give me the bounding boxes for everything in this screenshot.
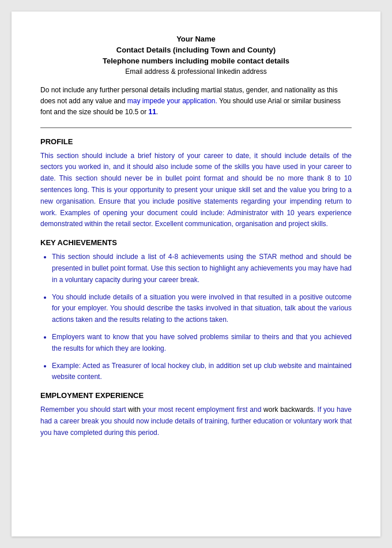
list-item: This section should include a list of 4-… xyxy=(52,252,352,286)
section-divider xyxy=(40,127,352,128)
telephone-details: Telephone numbers including mobile conta… xyxy=(40,57,352,65)
employment-black-text: with xyxy=(128,406,140,414)
profile-text: This section should include a brief hist… xyxy=(40,151,352,231)
profile-section: PROFILE This section should include a br… xyxy=(40,137,352,231)
list-item: Employers want to know that you have sol… xyxy=(52,332,352,355)
intro-blue-text: may impede your application. xyxy=(127,97,217,105)
employment-text: Remember you should start with your most… xyxy=(40,404,352,438)
key-achievements-list: This section should include a list of 4-… xyxy=(52,252,352,383)
list-item: You should include details of a situatio… xyxy=(52,292,352,326)
intro-paragraph: Do not include any further personal deta… xyxy=(40,85,352,118)
employment-black-text2: work backwards xyxy=(263,406,313,414)
employment-heading: EMPLOYMENT EXPERIENCE xyxy=(40,391,352,400)
profile-heading: PROFILE xyxy=(40,137,352,146)
employment-experience-section: EMPLOYMENT EXPERIENCE Remember you shoul… xyxy=(40,391,352,438)
intro-eleven: 11 xyxy=(148,108,156,116)
name-title: Your Name xyxy=(40,35,352,43)
key-achievements-heading: KEY ACHIEVEMENTS xyxy=(40,238,352,247)
email-details: Email address & professional linkedin ad… xyxy=(40,67,352,76)
list-item: Example: Acted as Treasurer of local hoc… xyxy=(52,361,352,384)
key-achievements-section: KEY ACHIEVEMENTS This section should inc… xyxy=(40,238,352,383)
header-section: Your Name Contact Details (including Tow… xyxy=(40,35,352,76)
contact-details: Contact Details (including Town and Coun… xyxy=(40,46,352,54)
resume-document: Your Name Contact Details (including Tow… xyxy=(12,12,380,536)
